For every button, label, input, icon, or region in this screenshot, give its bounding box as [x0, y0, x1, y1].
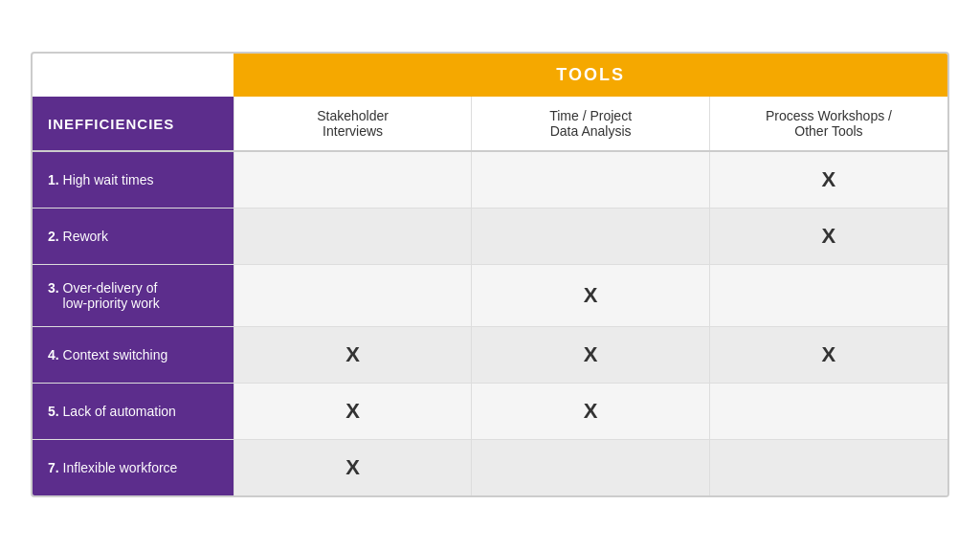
row-1-label: 1. High wait times: [33, 151, 234, 209]
row-3-process-workshops: [709, 265, 947, 327]
table-row: 1. High wait times X: [33, 151, 947, 209]
main-table-wrapper: TOOLS INEFFICIENCIES StakeholderIntervie…: [31, 52, 949, 497]
row-7-process-workshops: [709, 440, 947, 496]
row-4-process-workshops: X: [709, 327, 947, 384]
row-5-stakeholder: X: [234, 384, 472, 440]
row-1-time-project: [472, 151, 710, 209]
row-2-stakeholder: [234, 209, 472, 265]
row-1-process-workshops: X: [709, 151, 947, 209]
table-row: 4. Context switching X X X: [33, 327, 947, 384]
empty-corner-cell: [33, 54, 234, 97]
row-5-time-project: X: [472, 384, 710, 440]
tools-header: TOOLS: [234, 54, 947, 97]
row-7-stakeholder: X: [234, 440, 472, 496]
table-row: 3. Over-delivery of low-priority work X: [33, 265, 947, 327]
row-4-label: 4. Context switching: [33, 327, 234, 384]
col-header-process-workshops: Process Workshops /Other Tools: [709, 97, 947, 151]
row-4-time-project: X: [472, 327, 710, 384]
row-5-label: 5. Lack of automation: [33, 384, 234, 440]
table-row: 7. Inflexible workforce X: [33, 440, 947, 496]
row-3-stakeholder: [234, 265, 472, 327]
row-4-stakeholder: X: [234, 327, 472, 384]
row-7-time-project: [472, 440, 710, 496]
row-2-time-project: [472, 209, 710, 265]
row-5-process-workshops: [709, 384, 947, 440]
inefficiencies-tools-table: TOOLS INEFFICIENCIES StakeholderIntervie…: [33, 54, 947, 495]
row-2-label: 2. Rework: [33, 209, 234, 265]
row-3-time-project: X: [472, 265, 710, 327]
row-1-stakeholder: [234, 151, 472, 209]
table-row: 2. Rework X: [33, 209, 947, 265]
inefficiencies-header: INEFFICIENCIES: [33, 97, 234, 151]
row-3-label: 3. Over-delivery of low-priority work: [33, 265, 234, 327]
col-header-time-project: Time / ProjectData Analysis: [472, 97, 710, 151]
row-7-label: 7. Inflexible workforce: [33, 440, 234, 496]
table-row: 5. Lack of automation X X: [33, 384, 947, 440]
col-header-stakeholder: StakeholderInterviews: [234, 97, 472, 151]
row-2-process-workshops: X: [709, 209, 947, 265]
